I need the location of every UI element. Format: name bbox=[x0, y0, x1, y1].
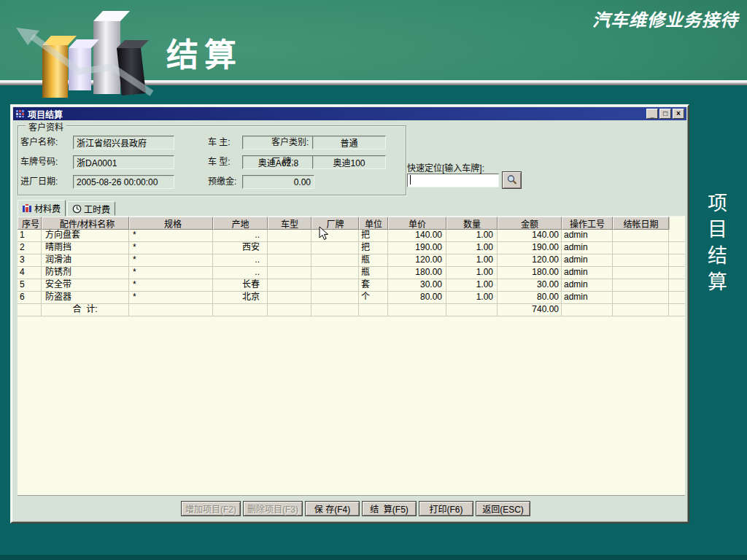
table-row[interactable]: 6 防盗器 * 北京 个 80.00 1.00 80.00 admin bbox=[18, 292, 685, 304]
entry-date-label: 进厂日期: bbox=[20, 175, 58, 189]
cell: 4 bbox=[18, 267, 42, 279]
column-header: 结帐日期 bbox=[613, 217, 669, 230]
cell: admin bbox=[562, 230, 613, 242]
cell: 1 bbox=[18, 230, 42, 242]
search-button[interactable] bbox=[502, 171, 522, 189]
page-title: 结算 bbox=[166, 29, 242, 76]
cell: 瓶 bbox=[359, 254, 388, 267]
quick-locate-input[interactable] bbox=[407, 174, 499, 187]
tab-labor-fee[interactable]: 工时费 bbox=[67, 201, 115, 216]
cell: 润滑油 bbox=[42, 254, 129, 267]
cell: * bbox=[129, 230, 213, 242]
column-header: 规格 bbox=[129, 217, 213, 230]
cell bbox=[311, 267, 359, 279]
window-grid-icon bbox=[15, 109, 25, 118]
cell bbox=[613, 292, 669, 304]
cell: 方向盘套 bbox=[42, 230, 129, 242]
table-row[interactable]: 2 晴雨挡 * 西安 把 190.00 1.00 190.00 admin bbox=[18, 242, 685, 254]
plate-field[interactable]: 浙DA0001 bbox=[73, 155, 174, 169]
quick-locate-label: 快速定位[输入车牌]: bbox=[407, 161, 484, 174]
cell: admin bbox=[562, 292, 613, 304]
add-item-button[interactable]: 增加项目(F2) bbox=[181, 501, 241, 516]
table-row[interactable]: 5 安全带 * 长春 套 30.00 1.00 30.00 admin bbox=[18, 279, 685, 292]
cell: 5 bbox=[18, 279, 42, 292]
plate-label: 车牌号码: bbox=[20, 155, 58, 169]
side-label: 项目结算 bbox=[702, 192, 730, 298]
customer-category-field[interactable]: 普通 bbox=[312, 136, 386, 149]
cell bbox=[613, 230, 669, 242]
cell: 190.00 bbox=[388, 242, 446, 254]
table-row[interactable]: 3 润滑油 * .. 瓶 120.00 1.00 120.00 admin bbox=[18, 254, 685, 267]
save-button[interactable]: 保 存(F4) bbox=[305, 501, 360, 516]
customer-group-title: 客户资料 bbox=[26, 120, 66, 133]
mouse-cursor bbox=[319, 226, 329, 241]
cell: admin bbox=[562, 242, 613, 254]
page-header: 结算 汽车维修业务接待 bbox=[0, 0, 747, 80]
cell: * bbox=[129, 292, 213, 304]
window-title: 项目结算 bbox=[28, 108, 63, 120]
brand-field[interactable]: 奥迪100 bbox=[312, 155, 386, 169]
cell: 把 bbox=[359, 242, 388, 254]
cell: 190.00 bbox=[498, 242, 562, 254]
settle-button[interactable]: 结 算(F5) bbox=[362, 501, 417, 516]
table-header-row: 序号 配件/材料名称 规格 产地 车型 厂牌 单位 单价 数量 金额 操作工号 … bbox=[18, 217, 685, 230]
prepaid-field[interactable]: 0.00 bbox=[242, 175, 314, 189]
delete-item-button[interactable]: 删除项目(F3) bbox=[243, 501, 303, 516]
cell: 80.00 bbox=[388, 292, 446, 304]
cell: 30.00 bbox=[498, 279, 562, 292]
column-header: 数量 bbox=[446, 217, 498, 230]
cell bbox=[311, 292, 359, 304]
cell: 140.00 bbox=[498, 230, 562, 242]
cell: 180.00 bbox=[498, 267, 562, 279]
cell: 80.00 bbox=[498, 292, 562, 304]
cell bbox=[613, 279, 669, 292]
clock-icon bbox=[72, 204, 82, 214]
entry-date-field[interactable]: 2005-08-26 00:00:00 bbox=[73, 175, 174, 189]
cell: 防锈剂 bbox=[42, 267, 129, 279]
cell: 晴雨挡 bbox=[42, 242, 129, 254]
print-button[interactable]: 打印(F6) bbox=[419, 501, 473, 516]
cell: 长春 bbox=[213, 279, 268, 292]
cell: 1.00 bbox=[446, 242, 498, 254]
app-name: 汽车维修业务接待 bbox=[592, 6, 738, 31]
total-row: 合 计: 740.00 bbox=[18, 304, 685, 316]
owner-label: 车 主: bbox=[208, 136, 231, 149]
cell: 2 bbox=[18, 242, 42, 254]
cell: 6 bbox=[18, 292, 42, 304]
magnifier-icon bbox=[506, 174, 518, 186]
cell: * bbox=[129, 254, 213, 267]
total-value: 740.00 bbox=[498, 304, 562, 316]
column-header: 产地 bbox=[213, 217, 268, 230]
return-button[interactable]: 返回(ESC) bbox=[476, 501, 530, 516]
total-label: 合 计: bbox=[42, 304, 129, 316]
column-header: 序号 bbox=[18, 217, 42, 230]
window-titlebar[interactable]: 项目结算 _ □ × bbox=[13, 107, 686, 120]
tab-material-fee[interactable]: 材料费 bbox=[18, 200, 66, 217]
minimize-button[interactable]: _ bbox=[646, 109, 658, 119]
cell: 安全带 bbox=[42, 279, 129, 292]
cell bbox=[613, 267, 669, 279]
cell: admin bbox=[562, 254, 613, 267]
screen: 结算 汽车维修业务接待 项目结算 项目结算 _ □ × 客户资料 客户名称: bbox=[0, 0, 747, 560]
cell: .. bbox=[213, 230, 268, 242]
cell: 1.00 bbox=[446, 254, 498, 267]
cell bbox=[268, 292, 311, 304]
cell bbox=[268, 230, 311, 242]
parts-table: 序号 配件/材料名称 规格 产地 车型 厂牌 单位 单价 数量 金额 操作工号 … bbox=[18, 217, 685, 496]
maximize-button[interactable]: □ bbox=[659, 109, 671, 119]
close-button[interactable]: × bbox=[673, 109, 684, 119]
cell: 1.00 bbox=[446, 279, 498, 292]
cell bbox=[613, 242, 669, 254]
button-bar: 增加项目(F2) 删除项目(F3) 保 存(F4) 结 算(F5) 打印(F6)… bbox=[181, 501, 530, 516]
tab-labor-fee-label: 工时费 bbox=[84, 203, 110, 215]
cell: 1.00 bbox=[446, 267, 498, 279]
table-row[interactable]: 1 方向盘套 * .. 把 140.00 1.00 140.00 admin bbox=[18, 230, 685, 242]
table-row[interactable]: 4 防锈剂 * .. 瓶 180.00 1.00 180.00 admin bbox=[18, 267, 685, 279]
cell: 180.00 bbox=[388, 267, 446, 279]
cell bbox=[268, 279, 311, 292]
column-header: 单位 bbox=[359, 217, 388, 230]
customer-name-label: 客户名称: bbox=[20, 136, 58, 149]
customer-name-field[interactable]: 浙江省绍兴县政府 bbox=[73, 136, 174, 149]
bottom-strip bbox=[0, 555, 747, 560]
cell bbox=[268, 267, 311, 279]
